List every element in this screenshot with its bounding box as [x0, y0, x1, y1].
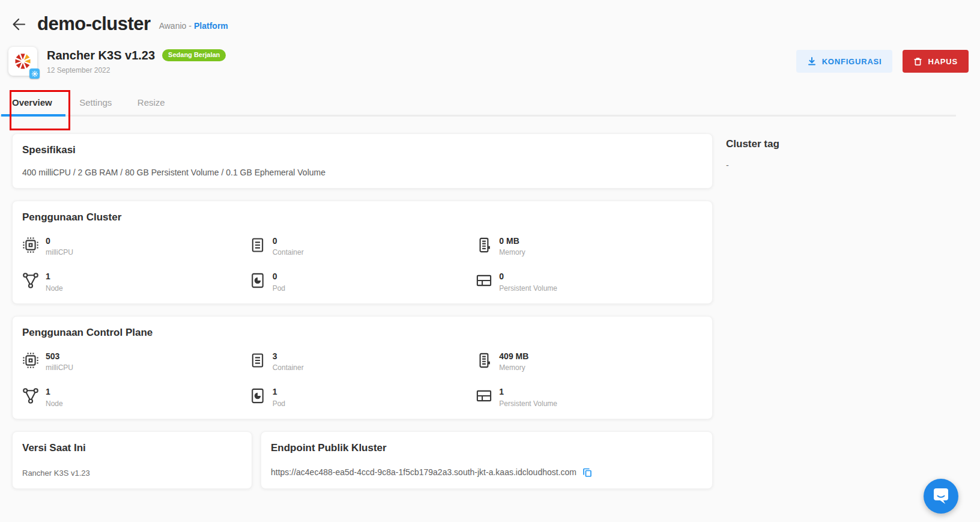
content-area: Spesifikasi 400 milliCPU / 2 GB RAM / 80… — [12, 133, 980, 489]
version-card-title: Versi Saat Ini — [22, 442, 242, 454]
back-button[interactable] — [11, 16, 27, 32]
stat-label: Container — [273, 363, 304, 372]
stat-label: Persistent Volume — [499, 284, 557, 293]
node-icon — [22, 272, 39, 289]
konfigurasi-button[interactable]: KONFIGURASI — [796, 50, 893, 73]
endpoint-card-title: Endpoint Publik Kluster — [271, 442, 703, 454]
cluster-tag-panel: Cluster tag - — [726, 133, 779, 489]
stat-value: 0 — [273, 272, 285, 281]
pod-icon — [249, 387, 266, 404]
pod-icon — [249, 272, 266, 289]
spec-card-title: Spesifikasi — [22, 144, 703, 156]
cluster-created-date: 12 September 2022 — [47, 66, 226, 74]
control-plane-usage-title: Penggunaan Control Plane — [22, 327, 703, 339]
stat-pod: 1 Pod — [249, 387, 476, 407]
stat-memory: 0 MB Memory — [476, 237, 703, 256]
stat-node: 1 Node — [22, 272, 249, 292]
endpoint-card: Endpoint Publik Kluster https://ac4ec488… — [261, 431, 713, 489]
endpoint-url: https://ac4ec488-ea5d-4ccd-9c8a-1f5cb179… — [271, 467, 576, 477]
volume-icon — [476, 387, 492, 404]
stat-label: Node — [46, 399, 63, 408]
cluster-logo — [8, 47, 37, 76]
cpu-icon — [22, 352, 39, 369]
control-plane-usage-card: Penggunaan Control Plane 503 milliCPU 3 … — [12, 316, 713, 419]
stat-value: 0 MB — [499, 237, 525, 246]
breadcrumb-org: Awanio — [159, 21, 187, 31]
stat-container: 3 Container — [249, 352, 476, 372]
stat-persistent-volume: 1 Persistent Volume — [476, 387, 703, 407]
page-header: demo-cluster Awanio-Platform — [0, 0, 980, 35]
cluster-usage-card: Penggunaan Cluster 0 milliCPU 0 Containe… — [12, 201, 713, 304]
cluster-usage-grid: 0 milliCPU 0 Container 0 MB Memory — [22, 237, 703, 293]
cluster-usage-title: Penggunaan Cluster — [22, 211, 703, 223]
download-icon — [807, 56, 817, 66]
spec-card-value: 400 milliCPU / 2 GB RAM / 80 GB Persiste… — [22, 168, 703, 177]
node-icon — [22, 387, 39, 404]
stat-millicpu: 503 milliCPU — [22, 352, 249, 372]
stat-label: Pod — [273, 284, 285, 293]
stat-value: 0 — [46, 237, 73, 246]
tab-resize[interactable]: Resize — [126, 91, 177, 115]
version-card: Versi Saat Ini Rancher K3S v1.23 — [12, 431, 252, 489]
stat-value: 1 — [499, 387, 557, 396]
stat-label: Persistent Volume — [499, 399, 557, 408]
stat-value: 0 — [499, 272, 557, 281]
stat-label: Memory — [499, 248, 525, 256]
chat-icon — [931, 486, 951, 506]
stat-pod: 0 Pod — [249, 272, 476, 292]
spec-card: Spesifikasi 400 milliCPU / 2 GB RAM / 80… — [12, 133, 713, 189]
page-title: demo-cluster — [37, 13, 151, 35]
stat-label: milliCPU — [46, 248, 73, 256]
tab-bar: Overview Settings Resize — [0, 91, 956, 117]
copy-endpoint-button[interactable] — [582, 467, 593, 478]
memory-icon — [476, 352, 492, 369]
stat-node: 1 Node — [22, 387, 249, 407]
stat-label: Pod — [273, 399, 285, 408]
cpu-icon — [22, 237, 39, 253]
stat-value: 3 — [273, 352, 304, 361]
hapus-label: HAPUS — [928, 57, 958, 66]
stat-container: 0 Container — [249, 237, 476, 256]
cluster-tag-title: Cluster tag — [726, 138, 779, 150]
arrow-left-icon — [11, 16, 27, 32]
breadcrumb: Awanio-Platform — [159, 21, 228, 31]
stat-value: 1 — [46, 272, 63, 281]
stat-millicpu: 0 milliCPU — [22, 237, 249, 256]
cluster-name: Rancher K3S v1.23 — [47, 49, 155, 62]
hapus-button[interactable]: HAPUS — [903, 50, 969, 73]
stat-label: milliCPU — [46, 363, 73, 372]
tab-overview[interactable]: Overview — [1, 91, 65, 115]
header-actions: KONFIGURASI HAPUS — [796, 50, 969, 73]
stat-value: 409 MB — [499, 352, 528, 361]
copy-icon — [582, 467, 593, 478]
cluster-detail-page: demo-cluster Awanio-Platform — [0, 0, 980, 522]
bottom-card-row: Versi Saat Ini Rancher K3S v1.23 Endpoin… — [12, 431, 713, 489]
stat-persistent-volume: 0 Persistent Volume — [476, 272, 703, 292]
stat-label: Memory — [499, 363, 528, 372]
main-column: Spesifikasi 400 milliCPU / 2 GB RAM / 80… — [12, 133, 713, 489]
cluster-info: Rancher K3S v1.23 Sedang Berjalan 12 Sep… — [47, 49, 226, 74]
trash-icon — [913, 57, 922, 66]
cluster-header: Rancher K3S v1.23 Sedang Berjalan 12 Sep… — [8, 47, 969, 76]
stat-label: Container — [273, 248, 304, 256]
tab-settings[interactable]: Settings — [68, 91, 123, 115]
memory-icon — [476, 237, 492, 253]
stat-value: 0 — [273, 237, 304, 246]
control-plane-usage-grid: 503 milliCPU 3 Container 409 MB Memory — [22, 352, 703, 408]
stat-label: Node — [46, 284, 63, 293]
status-badge: Sedang Berjalan — [162, 49, 226, 61]
chat-widget-button[interactable] — [924, 479, 958, 514]
breadcrumb-platform-link[interactable]: Platform — [194, 21, 228, 31]
stat-value: 503 — [46, 352, 73, 361]
version-value: Rancher K3S v1.23 — [22, 469, 242, 478]
volume-icon — [476, 272, 492, 289]
cluster-tag-value: - — [726, 160, 779, 170]
container-icon — [249, 237, 266, 253]
gear-badge-icon — [31, 70, 38, 77]
rancher-k3s-logo-icon — [13, 52, 32, 71]
breadcrumb-separator: - — [189, 21, 192, 31]
konfigurasi-label: KONFIGURASI — [822, 57, 882, 66]
stat-value: 1 — [46, 387, 63, 396]
stat-memory: 409 MB Memory — [476, 352, 703, 372]
stat-value: 1 — [273, 387, 285, 396]
